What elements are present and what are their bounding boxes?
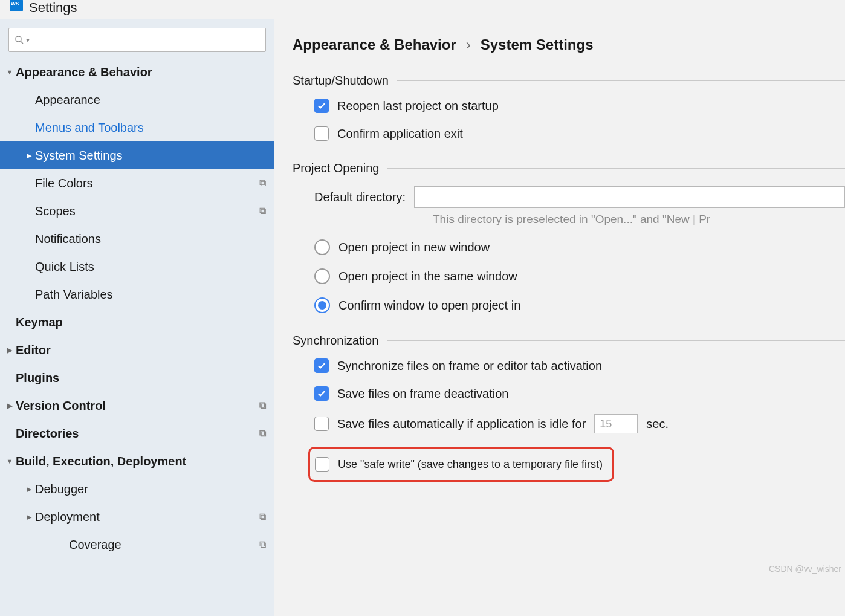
chevron-right-icon: ▶	[23, 513, 35, 521]
sidebar-item-label: Directories	[16, 427, 79, 441]
sidebar-item-label: Deployment	[35, 510, 100, 524]
sidebar-item-directories[interactable]: Directories⧉	[0, 420, 274, 447]
sidebar-item-editor[interactable]: ▶Editor	[0, 336, 274, 364]
sidebar-item-build-execution-deployment[interactable]: ▼Build, Execution, Deployment	[0, 447, 274, 475]
sidebar-item-label: Keymap	[16, 316, 63, 329]
breadcrumb-parent[interactable]: Appearance & Behavior	[293, 36, 456, 53]
label-confirm-exit: Confirm application exit	[337, 127, 463, 141]
sidebar-item-label: Quick Lists	[35, 260, 94, 274]
sidebar-item-label: Plugins	[16, 371, 59, 385]
sidebar-item-system-settings[interactable]: ▶System Settings	[0, 141, 274, 169]
chevron-right-icon: ▶	[23, 485, 35, 493]
divider	[397, 80, 845, 81]
window-title: Settings	[29, 0, 77, 16]
sidebar-item-menus-and-toolbars[interactable]: Menus and Toolbars	[0, 114, 274, 141]
checkbox-save-on-deactivation[interactable]	[314, 386, 329, 401]
label-reopen-last-project: Reopen last project on startup	[337, 99, 499, 113]
section-title: Synchronization	[293, 334, 378, 348]
sidebar-item-path-variables[interactable]: Path Variables	[0, 280, 274, 308]
sidebar-item-label: Menus and Toolbars	[35, 121, 144, 135]
titlebar: Settings	[0, 0, 845, 19]
sidebar-item-scopes[interactable]: Scopes⧉	[0, 197, 274, 225]
app-icon	[10, 0, 23, 11]
sidebar-item-label: Notifications	[35, 232, 101, 246]
section-title: Project Opening	[293, 161, 379, 175]
copy-icon: ⧉	[259, 400, 266, 411]
label-open-new-window: Open project in new window	[338, 241, 490, 255]
settings-sidebar: ▾ ▼Appearance & BehaviorAppearanceMenus …	[0, 19, 274, 616]
copy-icon: ⧉	[259, 178, 266, 189]
radio-confirm-window[interactable]	[314, 297, 330, 313]
svg-line-1	[21, 41, 23, 44]
checkbox-confirm-exit[interactable]	[314, 126, 329, 141]
svg-point-0	[16, 36, 21, 42]
sidebar-item-appearance[interactable]: Appearance	[0, 86, 274, 114]
sidebar-item-appearance-behavior[interactable]: ▼Appearance & Behavior	[0, 58, 274, 86]
sidebar-item-label: Path Variables	[35, 288, 113, 302]
sidebar-item-coverage[interactable]: Coverage⧉	[0, 531, 274, 559]
sidebar-item-label: Coverage	[69, 538, 121, 552]
input-default-directory[interactable]	[414, 186, 845, 208]
divider	[387, 340, 845, 341]
search-icon	[14, 34, 25, 45]
sidebar-item-label: System Settings	[35, 149, 123, 163]
sidebar-item-version-control[interactable]: ▶Version Control⧉	[0, 392, 274, 420]
radio-open-same-window[interactable]	[314, 268, 330, 284]
radio-open-new-window[interactable]	[314, 239, 330, 255]
checkbox-reopen-last-project[interactable]	[314, 99, 329, 113]
settings-tree: ▼Appearance & BehaviorAppearanceMenus an…	[0, 58, 274, 616]
label-safe-write: Use "safe write" (save changes to a temp…	[338, 458, 603, 471]
divider	[387, 168, 845, 169]
section-title: Startup/Shutdown	[293, 74, 389, 88]
checkbox-sync-on-frame[interactable]	[314, 358, 329, 373]
input-idle-seconds[interactable]	[594, 414, 638, 433]
search-input[interactable]: ▾	[8, 28, 266, 52]
sidebar-item-plugins[interactable]: Plugins	[0, 364, 274, 392]
highlight-safe-write: Use "safe write" (save changes to a temp…	[308, 447, 614, 482]
section-synchronization: Synchronization	[293, 334, 845, 348]
chevron-down-icon: ▾	[26, 36, 30, 44]
sidebar-item-file-colors[interactable]: File Colors⧉	[0, 169, 274, 197]
breadcrumb-current: System Settings	[481, 36, 594, 53]
sidebar-item-label: Version Control	[16, 399, 106, 413]
label-sync-on-frame: Synchronize files on frame or editor tab…	[337, 359, 602, 373]
watermark: CSDN @vv_wisher	[769, 564, 841, 574]
chevron-right-icon: ›	[466, 36, 471, 53]
hint-default-directory: This directory is preselected in "Open..…	[433, 213, 845, 226]
sidebar-item-label: Debugger	[35, 482, 88, 496]
sidebar-item-label: File Colors	[35, 177, 93, 190]
chevron-right-icon: ▶	[4, 346, 16, 354]
sidebar-item-debugger[interactable]: ▶Debugger	[0, 475, 274, 503]
copy-icon: ⧉	[259, 539, 266, 550]
sidebar-item-notifications[interactable]: Notifications	[0, 225, 274, 253]
chevron-down-icon: ▼	[4, 458, 16, 465]
label-default-directory: Default directory:	[314, 190, 406, 204]
sidebar-item-label: Scopes	[35, 204, 76, 218]
sidebar-item-label: Build, Execution, Deployment	[16, 455, 186, 468]
label-save-on-deactivation: Save files on frame deactivation	[337, 387, 509, 401]
section-startup: Startup/Shutdown	[293, 74, 845, 88]
chevron-right-icon: ▶	[4, 402, 16, 410]
label-save-idle-suffix: sec.	[646, 417, 669, 431]
label-save-idle-prefix: Save files automatically if application …	[337, 417, 586, 431]
chevron-down-icon: ▼	[4, 68, 16, 76]
checkbox-safe-write[interactable]	[315, 457, 329, 472]
sidebar-item-label: Editor	[16, 343, 51, 357]
breadcrumb: Appearance & Behavior › System Settings	[293, 36, 845, 53]
settings-main: Appearance & Behavior › System Settings …	[274, 19, 845, 616]
chevron-right-icon: ▶	[23, 152, 35, 160]
label-confirm-window: Confirm window to open project in	[338, 299, 520, 313]
copy-icon: ⧉	[259, 511, 266, 522]
copy-icon: ⧉	[259, 206, 266, 216]
sidebar-item-deployment[interactable]: ▶Deployment⧉	[0, 503, 274, 531]
section-project-opening: Project Opening	[293, 161, 845, 175]
sidebar-item-label: Appearance	[35, 93, 100, 107]
checkbox-save-idle[interactable]	[314, 417, 329, 431]
sidebar-item-keymap[interactable]: Keymap	[0, 308, 274, 336]
label-open-same-window: Open project in the same window	[338, 270, 517, 284]
sidebar-item-quick-lists[interactable]: Quick Lists	[0, 253, 274, 280]
sidebar-item-label: Appearance & Behavior	[16, 65, 152, 79]
copy-icon: ⧉	[259, 428, 266, 439]
